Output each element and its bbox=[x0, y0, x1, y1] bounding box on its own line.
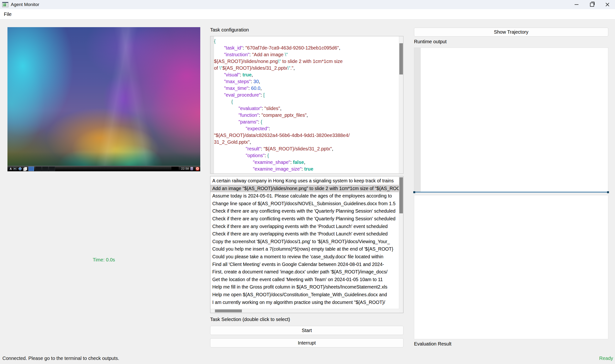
start-button[interactable]: Start bbox=[210, 326, 403, 335]
task-list-item[interactable]: First, create a document named 'image.do… bbox=[210, 268, 399, 276]
task-list-item[interactable]: Help me open ${AS_ROOT}/docs/Constitutio… bbox=[210, 291, 399, 299]
task-list-item[interactable]: A certain railway company in Hong Kong u… bbox=[210, 177, 399, 185]
evaluation-result-area[interactable] bbox=[414, 195, 608, 339]
task-list: A certain railway company in Hong Kong u… bbox=[210, 177, 399, 309]
window-controls bbox=[569, 0, 615, 9]
task-list-item[interactable]: Check if there are any conflicting event… bbox=[210, 207, 399, 215]
show-trajectory-button[interactable]: Show Trajectory bbox=[414, 28, 608, 37]
focus-corner-left bbox=[413, 191, 415, 193]
task-list-item[interactable]: Assume today is 2024-05-01. Please calcu… bbox=[210, 192, 399, 200]
interrupt-button[interactable]: Interrupt bbox=[210, 338, 403, 347]
task-selection-label: Task Selection (double click to select) bbox=[210, 317, 290, 322]
runtime-left-groove bbox=[414, 48, 421, 192]
menu-item-file[interactable]: File bbox=[0, 9, 15, 19]
vm-task-slot bbox=[49, 167, 55, 171]
task-list-item[interactable]: Check if there are any overlapping event… bbox=[210, 230, 399, 238]
evaluation-result-label: Evaluation Result bbox=[414, 341, 452, 347]
task-list-item[interactable]: Help me fill in the Gross profit column … bbox=[210, 283, 399, 291]
task-list-item[interactable]: Add an image "${AS_ROOT}/slides/none.png… bbox=[210, 185, 399, 193]
task-configuration-label: Task configuration bbox=[210, 27, 249, 33]
config-vertical-scrollbar[interactable] bbox=[399, 36, 403, 173]
status-message: Connected. Please go to the terminal to … bbox=[2, 356, 119, 361]
close-icon bbox=[605, 3, 609, 7]
task-list-item[interactable]: I am currently working on my algorithm p… bbox=[210, 299, 399, 306]
config-left-groove bbox=[210, 36, 214, 173]
config-scroll-thumb[interactable] bbox=[399, 43, 403, 75]
task-list-item[interactable]: Check if there are any conflicting event… bbox=[210, 215, 399, 223]
vm-desktop-wallpaper bbox=[7, 27, 200, 166]
vm-shield-icon bbox=[196, 167, 199, 170]
vm-taskbar: ∧ 22:58 bbox=[7, 166, 200, 171]
task-list-horizontal-scrollbar[interactable] bbox=[210, 309, 399, 313]
vm-screenshot: ∧ 22:58 bbox=[7, 27, 200, 171]
app-icon bbox=[2, 2, 8, 7]
runtime-output-area[interactable] bbox=[414, 48, 608, 193]
agent-monitor-window: Agent Monitor File ∧ 22:58 Time: 0.0 bbox=[0, 0, 615, 364]
vm-keyboard-icon bbox=[190, 167, 193, 170]
config-code: {"task_id": "670af7de-7ca9-463d-9260-12b… bbox=[214, 38, 399, 173]
minimize-button[interactable] bbox=[569, 0, 584, 9]
task-list-item[interactable]: Get the location of the event called 'Me… bbox=[210, 276, 399, 284]
vm-files-icon bbox=[23, 167, 27, 170]
focus-corner-right bbox=[607, 191, 609, 193]
task-list-vscroll-thumb[interactable] bbox=[399, 177, 403, 213]
task-list-item[interactable]: Could you please take a moment to review… bbox=[210, 253, 399, 261]
task-list-vertical-scrollbar[interactable] bbox=[399, 176, 403, 313]
runtime-output-label: Runtime output bbox=[414, 39, 447, 44]
restore-icon bbox=[590, 3, 594, 7]
status-ready-badge: Ready bbox=[599, 356, 613, 361]
task-list-hscroll-thumb[interactable] bbox=[215, 310, 242, 312]
vm-app-icon-1 bbox=[13, 167, 17, 170]
task-list-box[interactable]: A certain railway company in Hong Kong u… bbox=[210, 176, 403, 313]
task-list-item[interactable]: Copy the screenshot '${AS_ROOT}/docs/1.p… bbox=[210, 238, 399, 246]
window-title: Agent Monitor bbox=[11, 2, 39, 7]
elapsed-time-label: Time: 0.0s bbox=[7, 257, 200, 263]
vm-task-slot bbox=[35, 167, 41, 171]
vm-app-icon-2 bbox=[18, 167, 22, 170]
vm-launcher-icon: ∧ bbox=[9, 167, 12, 171]
task-list-item[interactable]: Find all 'Client Meeting' events in Goog… bbox=[210, 261, 399, 268]
title-bar: Agent Monitor bbox=[0, 0, 615, 9]
maximize-button[interactable] bbox=[584, 0, 600, 9]
vm-systray bbox=[172, 167, 179, 170]
vm-active-task bbox=[28, 167, 34, 171]
menu-bar: File bbox=[0, 9, 615, 19]
task-list-item[interactable]: Could you help me insert a 7(columns)*5(… bbox=[210, 245, 399, 253]
task-list-item[interactable]: Check if there are any overlapping event… bbox=[210, 223, 399, 230]
task-configuration-editor[interactable]: {"task_id": "670af7de-7ca9-463d-9260-12b… bbox=[210, 36, 403, 174]
task-list-item[interactable]: Change line space of ${AS_ROOT}/docs/NOV… bbox=[210, 200, 399, 208]
minimize-icon bbox=[575, 4, 578, 5]
vm-clock: 22:58 bbox=[181, 167, 189, 170]
close-button[interactable] bbox=[600, 0, 615, 9]
vm-task-slot bbox=[42, 167, 48, 171]
